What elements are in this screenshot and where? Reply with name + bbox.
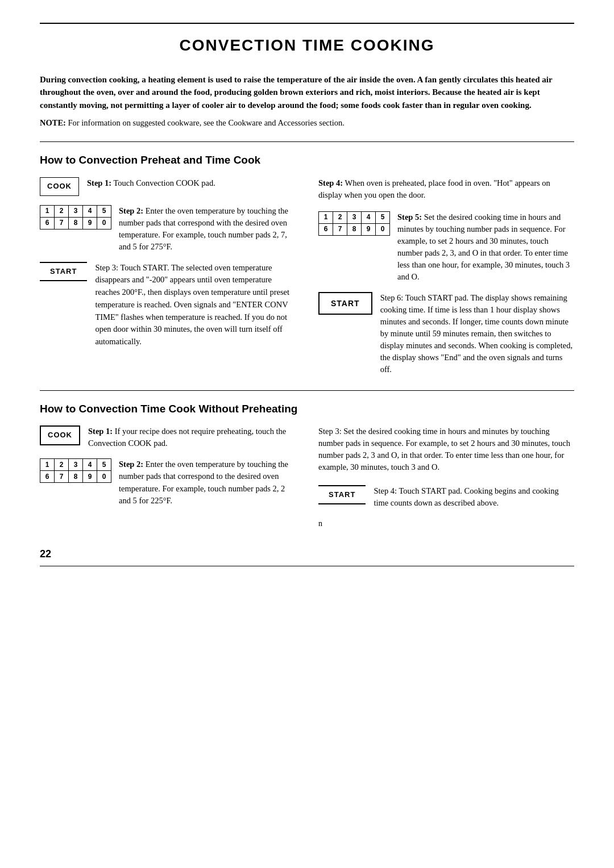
numpad-cell: 9: [361, 223, 376, 236]
step6-body: Step 6: Touch START pad. The display sho…: [380, 293, 572, 374]
numpad-cell: 6: [40, 217, 55, 229]
intro-bold-text: During convection cooking, a heating ele…: [40, 73, 574, 112]
numpad-cell: 5: [97, 458, 111, 471]
numpad-cell: 1: [40, 458, 55, 471]
numpad-cell: 2: [54, 205, 69, 218]
start-button-3: START: [318, 485, 366, 505]
section1-heading: How to Convection Preheat and Time Cook: [40, 152, 574, 168]
numpad-cell: 9: [82, 470, 97, 483]
start-button-1: START: [40, 262, 87, 282]
step2-text: Step 2: Enter the oven temperature by to…: [119, 205, 296, 253]
cook-button-1: COOK: [40, 177, 79, 196]
intro-note: NOTE: For information on suggested cookw…: [40, 117, 574, 129]
numpad-cell: 5: [97, 205, 111, 218]
step2-body: Enter the oven temperature by touching t…: [119, 206, 288, 251]
numpad-cell: 4: [361, 211, 376, 224]
s2-step1-block: COOK Step 1: If your recipe does not req…: [40, 425, 296, 449]
step3-block: START Step 3: Touch START. The selected …: [40, 262, 296, 354]
s2-step2-label: Step 2:: [119, 460, 143, 469]
numpad-2: 1 2 3 4 5 6 7 8 9 0: [318, 211, 389, 235]
numpad-cell: 4: [82, 205, 97, 218]
note-text: For information on suggested cookware, s…: [66, 118, 345, 127]
numpad-cell: 6: [318, 223, 333, 236]
s2-step2-body: Enter the oven temperature by touching t…: [119, 460, 288, 504]
start-button-2: START: [318, 292, 372, 315]
numpad-cell: 0: [97, 470, 111, 483]
section1-right: Step 4: When oven is preheated, place fo…: [318, 177, 574, 385]
note-n: n: [318, 518, 574, 529]
section1-left: COOK Step 1: Touch Convection COOK pad. …: [40, 177, 296, 385]
step6-block: START Step 6: Touch START pad. The displ…: [318, 292, 574, 375]
step5-label: Step 5:: [397, 212, 422, 222]
note-label: NOTE:: [40, 118, 66, 127]
cook-button-2: COOK: [40, 425, 80, 445]
numpad-cell: 8: [347, 223, 362, 236]
numpad-cell: 3: [347, 211, 362, 224]
step5-body: Set the desired cooking time in hours an…: [397, 212, 570, 281]
step6-text: Step 6: Touch START pad. The display sho…: [380, 292, 574, 375]
s2-step1-body: If your recipe does not require preheati…: [88, 427, 286, 448]
numpad-cell: 7: [54, 217, 69, 229]
step2-label: Step 2:: [119, 206, 143, 215]
s2-step2-text: Step 2: Enter the oven temperature by to…: [119, 458, 296, 506]
step1-body: Touch Convection COOK pad.: [111, 178, 215, 187]
s2-step1-icon-col: COOK: [40, 425, 80, 445]
numpad-cell: 3: [68, 205, 83, 218]
numpad-cell: 6: [40, 470, 55, 483]
s2-step4-text: Step 4: Touch START pad. Cooking begins …: [374, 485, 574, 509]
section2-right: Step 3: Set the desired cooking time in …: [318, 425, 574, 529]
section2-steps: COOK Step 1: If your recipe does not req…: [40, 425, 574, 529]
numpad-cell: 2: [333, 211, 347, 224]
step2-icon-col: 1 2 3 4 5 6 7 8 9 0: [40, 205, 111, 229]
numpad-cell: 3: [68, 458, 83, 471]
s2-step4-body: Step 4: Touch START pad. Cooking begins …: [374, 486, 558, 507]
s2-step1-label: Step 1:: [88, 427, 113, 436]
step5-text: Step 5: Set the desired cooking time in …: [397, 211, 574, 283]
numpad-cell: 8: [68, 470, 83, 483]
page-number: 22: [40, 546, 574, 561]
numpad-cell: 0: [375, 223, 390, 236]
step5-block: 1 2 3 4 5 6 7 8 9 0 Step 5:: [318, 211, 574, 283]
bottom-rule: [40, 566, 574, 566]
step2-block: 1 2 3 4 5 6 7 8 9 0 Step 2:: [40, 205, 296, 253]
top-rule: [40, 23, 574, 24]
step1-icon-col: COOK: [40, 177, 79, 196]
numpad-cell: 7: [333, 223, 347, 236]
section1-steps: COOK Step 1: Touch Convection COOK pad. …: [40, 177, 574, 385]
numpad-row1: 1 2 3 4 5: [318, 211, 389, 223]
step3-text: Step 3: Touch START. The selected oven t…: [95, 262, 296, 348]
section1-rule: [40, 141, 574, 142]
step3-icon-col: START: [40, 262, 87, 282]
numpad-cell: 2: [54, 458, 69, 471]
step5-icon-col: 1 2 3 4 5 6 7 8 9 0: [318, 211, 389, 235]
numpad-cell: 8: [68, 217, 83, 229]
numpad-1: 1 2 3 4 5 6 7 8 9 0: [40, 205, 111, 229]
section2-rule: [40, 390, 574, 391]
s2-step3-text: Step 3: Set the desired cooking time in …: [318, 425, 574, 473]
page-title: CONVECTION TIME COOKING: [40, 34, 574, 57]
numpad-3: 1 2 3 4 5 6 7 8 9 0: [40, 458, 111, 482]
numpad-row1: 1 2 3 4 5: [40, 205, 111, 217]
s2-step4-block: START Step 4: Touch START pad. Cooking b…: [318, 485, 574, 509]
step1-block: COOK Step 1: Touch Convection COOK pad.: [40, 177, 296, 196]
numpad-cell: 1: [318, 211, 333, 224]
section2-left: COOK Step 1: If your recipe does not req…: [40, 425, 296, 529]
step4-body: When oven is preheated, place food in ov…: [318, 178, 550, 199]
step6-icon-col: START: [318, 292, 372, 315]
numpad-cell: 5: [375, 211, 390, 224]
numpad-row2: 6 7 8 9 0: [40, 470, 111, 482]
numpad-row1: 1 2 3 4 5: [40, 458, 111, 470]
step4-text: Step 4: When oven is preheated, place fo…: [318, 177, 574, 201]
step1-label: Step 1:: [87, 178, 111, 187]
numpad-cell: 4: [82, 458, 97, 471]
step4-label: Step 4:: [318, 178, 343, 187]
s2-step4-icon-col: START: [318, 485, 366, 505]
step3-body: Step 3: Touch START. The selected oven t…: [95, 263, 289, 347]
numpad-cell: 0: [97, 217, 111, 229]
step1-text: Step 1: Touch Convection COOK pad.: [87, 177, 215, 189]
intro-section: During convection cooking, a heating ele…: [40, 73, 574, 130]
numpad-cell: 1: [40, 205, 55, 218]
numpad-cell: 7: [54, 470, 69, 483]
numpad-cell: 9: [82, 217, 97, 229]
s2-step1-text: Step 1: If your recipe does not require …: [88, 425, 296, 449]
